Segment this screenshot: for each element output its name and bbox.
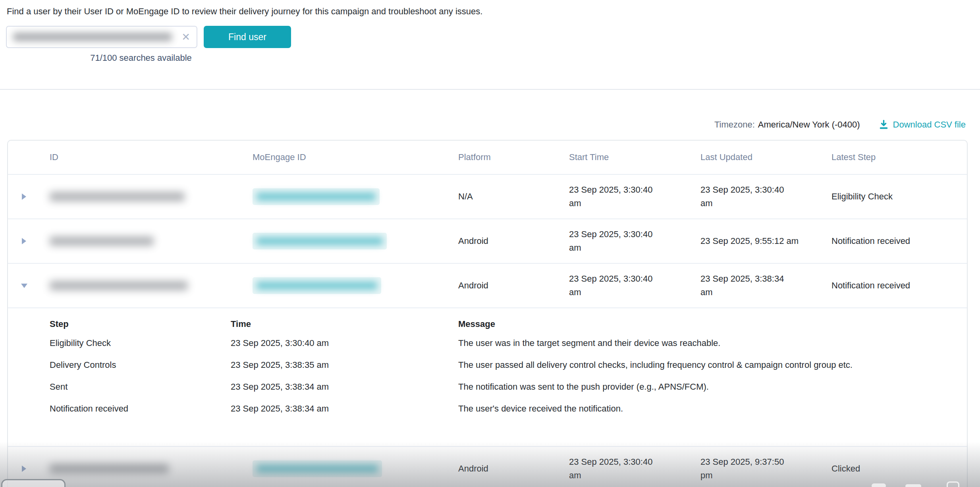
col-platform: Platform [458,152,569,162]
step-time: 23 Sep 2025, 3:30:40 am [231,338,458,348]
platform-cell: N/A [458,191,569,202]
step-name: Delivery Controls [50,360,231,370]
step-time: 23 Sep 2025, 3:38:34 am [231,382,458,392]
chevron-right-icon [22,238,26,244]
last-updated-cell: 23 Sep 2025, 3:30:40 am [700,183,831,210]
start-time-cell: 23 Sep 2025, 3:30:40 am [569,272,700,299]
col-start-time: Start Time [569,152,700,162]
search-input[interactable]: ✕ [6,26,197,48]
start-time-cell: 23 Sep 2025, 3:30:40 am [569,228,700,255]
masked-search-value [13,33,172,41]
last-updated-cell: 23 Sep 2025, 9:37:50 pm [700,455,831,482]
expand-row-button[interactable] [8,466,50,472]
search-quota-text: 71/100 searches available [81,53,201,63]
user-id-cell [50,281,253,290]
masked-moengage-id [257,465,378,473]
user-id-cell [50,236,253,246]
last-updated-cell: 23 Sep 2025, 9:55:12 am [700,234,831,248]
start-time-cell: 23 Sep 2025, 3:30:40 am [569,183,700,210]
download-icon [878,119,889,130]
partial-bottom-icon [947,481,959,487]
table-row[interactable]: Android 23 Sep 2025, 3:30:40 am 23 Sep 2… [8,446,967,487]
table-row[interactable]: Android 23 Sep 2025, 3:30:40 am 23 Sep 2… [8,218,967,263]
detail-col-time: Time [231,319,458,329]
step-time: 23 Sep 2025, 3:38:34 am [231,404,458,414]
detail-step-row: Eligibility Check 23 Sep 2025, 3:30:40 a… [8,332,967,354]
step-message: The user was in the target segment and t… [458,338,967,348]
step-name: Sent [50,382,231,392]
detail-col-step: Step [50,319,231,329]
delivery-journey-table: ID MoEngage ID Platform Start Time Last … [7,140,968,487]
user-id-cell [50,192,253,201]
moengage-id-link[interactable] [253,460,382,477]
masked-user-id [50,236,154,246]
step-message: The notification was sent to the push pr… [458,382,967,392]
partial-widget-box [1,479,66,487]
clear-search-icon[interactable]: ✕ [181,32,190,42]
table-meta-row: Timezone: America/New York (-0400) Downl… [714,119,966,130]
step-message: The user passed all delivery control che… [458,360,967,370]
journey-detail-panel: Step Time Message Eligibility Check 23 S… [8,307,967,446]
masked-moengage-id [257,282,377,290]
step-message: The user's device received the notificat… [458,404,967,414]
start-time-cell: 23 Sep 2025, 3:30:40 am [569,455,700,482]
detail-col-message: Message [458,319,967,329]
last-updated-cell: 23 Sep 2025, 3:38:34 am [700,272,831,299]
moengage-id-cell [253,277,458,294]
col-last-updated: Last Updated [700,152,831,162]
timezone-label: Timezone: [714,120,755,130]
section-divider [0,89,980,90]
chevron-right-icon [22,466,26,472]
delivery-troubleshoot-page: Find a user by their User ID or MoEngage… [0,0,980,487]
partial-bottom-icon [872,483,886,487]
user-id-cell [50,464,253,473]
download-csv-link[interactable]: Download CSV file [878,119,966,130]
col-latest-step: Latest Step [831,152,967,162]
find-user-button[interactable]: Find user [204,26,291,48]
col-id: ID [50,152,253,162]
chevron-right-icon [22,193,26,200]
platform-cell: Android [458,280,569,291]
latest-step-cell: Notification received [831,236,967,246]
platform-cell: Android [458,464,569,474]
masked-moengage-id [257,193,376,201]
collapse-row-button[interactable] [8,284,50,288]
moengage-id-cell [253,233,458,249]
table-row[interactable]: N/A 23 Sep 2025, 3:30:40 am 23 Sep 2025,… [8,174,967,218]
download-csv-label: Download CSV file [893,120,966,130]
detail-step-row: Notification received 23 Sep 2025, 3:38:… [8,398,967,419]
col-moengage-id: MoEngage ID [253,152,458,162]
timezone-value: America/New York (-0400) [758,120,860,130]
masked-moengage-id [257,237,383,245]
latest-step-cell: Notification received [831,280,967,291]
chevron-down-icon [21,284,27,288]
masked-user-id [50,281,188,290]
detail-step-row: Sent 23 Sep 2025, 3:38:34 am The notific… [8,376,967,398]
moengage-id-link[interactable] [253,277,381,294]
detail-step-row: Delivery Controls 23 Sep 2025, 3:38:35 a… [8,354,967,376]
table-header-row: ID MoEngage ID Platform Start Time Last … [8,141,967,174]
masked-user-id [50,192,185,201]
moengage-id-cell [253,460,458,477]
table-row-expanded[interactable]: Android 23 Sep 2025, 3:30:40 am 23 Sep 2… [8,263,967,307]
partial-bottom-icon [905,484,921,487]
detail-header-row: Step Time Message [8,316,967,332]
step-name: Eligibility Check [50,338,231,348]
page-description: Find a user by their User ID or MoEngage… [7,6,482,17]
moengage-id-link[interactable] [253,233,387,249]
step-name: Notification received [50,404,231,414]
moengage-id-link[interactable] [253,188,380,205]
platform-cell: Android [458,236,569,246]
step-time: 23 Sep 2025, 3:38:35 am [231,360,458,370]
expand-row-button[interactable] [8,238,50,244]
moengage-id-cell [253,188,458,205]
masked-user-id [50,464,169,473]
expand-row-button[interactable] [8,193,50,200]
latest-step-cell: Clicked [831,464,967,474]
latest-step-cell: Eligibility Check [831,191,967,202]
